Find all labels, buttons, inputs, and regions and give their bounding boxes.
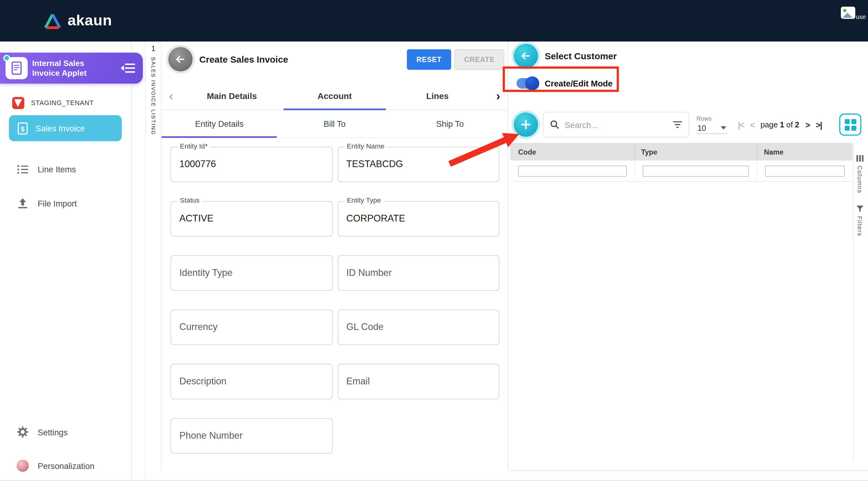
listing-tab-label: SALES INVOICE LISTING [150,57,156,135]
reset-button[interactable]: RESET [407,49,451,69]
field-id-number[interactable]: ID Number [338,255,499,291]
listing-tab-index: 1 [151,44,155,53]
column-filter-row [510,161,852,182]
sidebar-item-file-import[interactable]: File Import [17,198,77,209]
tabs-scroll-left-icon[interactable]: ‹ [161,83,181,110]
type-filter-input[interactable] [643,165,749,176]
field-description[interactable]: Description [170,364,332,399]
broken-image-icon [841,7,856,19]
sidebar-item-settings[interactable]: Settings [17,427,67,437]
pagination: |< < page 1 of 2 > >| [738,120,822,129]
user-avatar[interactable]: use [841,7,866,20]
customer-panel-title: Select Customer [545,51,617,61]
field-status[interactable]: Status ACTIVE [170,201,332,237]
tenant-icon [12,97,25,109]
field-phone-number[interactable]: Phone Number [170,418,332,453]
tab-main-details[interactable]: Main Details [181,83,283,110]
sidebar-item-line-items[interactable]: Line Items [17,164,76,174]
customer-table-header: Code Type Name [510,143,852,161]
upload-icon [17,198,29,209]
subtab-bill-to[interactable]: Bill To [277,110,393,138]
sidebar-item-label: File Import [37,199,77,208]
akaun-triangle-icon [43,12,62,29]
tenant-selector[interactable]: STAGING_TENANT [12,97,94,109]
filter-icon[interactable] [673,121,682,128]
chevron-down-icon [721,126,726,129]
customer-table: Code Type Name [510,143,852,182]
search-input[interactable] [563,119,673,130]
topbar: akaun use [0,0,868,41]
select-customer-panel: Select Customer Create/Edit Mode [509,41,868,471]
personalization-avatar [17,459,29,472]
next-page-icon[interactable]: > [805,120,810,129]
svg-text:$: $ [21,125,25,132]
field-entity-id[interactable]: Entity Id* 1000776 [170,147,332,182]
invoice-doc-icon [11,61,22,75]
sales-invoice-icon: $ [18,122,28,134]
avatar-alt-text: use [856,13,866,20]
customer-panel-header: Select Customer [514,44,617,68]
annotation-highlight-box [503,67,619,92]
field-entity-type[interactable]: Entity Type CORPORATE [338,201,499,237]
menu-collapse-icon[interactable] [121,63,135,73]
applet-badge-dot [3,55,10,61]
tab-account[interactable]: Account [283,83,386,110]
applet-title: Internal Sales Invoice Applet [32,58,87,78]
rows-per-page-select[interactable]: 10 [696,122,727,134]
subtab-entity-details[interactable]: Entity Details [161,110,277,138]
list-icon [17,165,29,174]
field-currency[interactable]: Currency [170,309,332,345]
create-sales-invoice-panel: Create Sales Invoice RESET CREATE ‹ Main… [161,41,508,471]
sidebar-item-sales-invoice[interactable]: $ Sales Invoice [9,115,122,141]
rows-per-page-block: Rows 10 [696,115,731,134]
search-icon [550,120,559,129]
applet-header[interactable]: Internal Sales Invoice Applet [0,53,143,84]
name-filter-input[interactable] [765,165,845,176]
invoice-applet-icon [5,57,28,80]
sidebar-item-label: Line Items [37,164,76,174]
sidebar-item-label: Personalization [37,461,94,470]
prev-page-icon[interactable]: < [750,120,754,129]
customer-table-controls: Rows 10 |< < page 1 of 2 > >| [514,112,861,137]
column-header-name[interactable]: Name [757,143,853,161]
gear-icon [17,427,29,437]
field-identity-type[interactable]: Identity Type [170,255,332,291]
sidebar-item-label: Settings [37,427,67,436]
code-filter-input[interactable] [518,165,627,176]
first-page-icon[interactable]: |< [738,120,744,129]
invoice-panel-header: Create Sales Invoice RESET CREATE [161,41,507,73]
back-button[interactable] [168,47,193,71]
sidebar-item-label: Sales Invoice [35,123,85,133]
page-bottom-divider [0,480,868,481]
customer-back-button[interactable] [514,44,538,68]
rows-label: Rows [696,115,731,122]
brand-logo[interactable]: akaun [43,12,112,29]
arrow-left-icon [521,51,531,61]
columns-icon [857,155,864,162]
field-gl-code[interactable]: GL Code [338,309,499,345]
last-page-icon[interactable]: >| [816,120,822,129]
columns-tool[interactable]: Columns [857,155,864,194]
entity-details-form: Entity Id* 1000776 Entity Name TESTABCDG… [161,138,507,453]
page-indicator: page 1 of 2 [761,120,799,129]
arrow-left-icon [175,54,186,65]
field-email[interactable]: Email [338,364,499,399]
grid-view-button[interactable] [839,114,862,136]
filters-tool[interactable]: Filters [857,206,864,237]
tab-lines[interactable]: Lines [386,83,489,110]
page-title: Create Sales Invoice [199,54,288,64]
column-header-code[interactable]: Code [510,143,635,161]
brand-text: akaun [67,12,112,29]
sidebar-item-personalization[interactable]: Personalization [17,459,94,472]
column-header-type[interactable]: Type [635,143,757,161]
customer-search-box[interactable] [543,112,689,137]
sidebar: Internal Sales Invoice Applet STAGING_TE… [0,41,132,481]
create-button[interactable]: CREATE [455,49,504,69]
table-tools-strip: Columns Filters [853,143,866,460]
annotation-arrow [448,126,523,169]
funnel-icon [857,206,864,212]
collapsed-listing-tab[interactable]: 1 SALES INVOICE LISTING [145,41,161,481]
app-root: akaun use Internal Sales Invoice [0,0,868,487]
main-tabbar: ‹ Main Details Account Lines › [161,83,507,110]
tenant-label: STAGING_TENANT [31,99,94,106]
